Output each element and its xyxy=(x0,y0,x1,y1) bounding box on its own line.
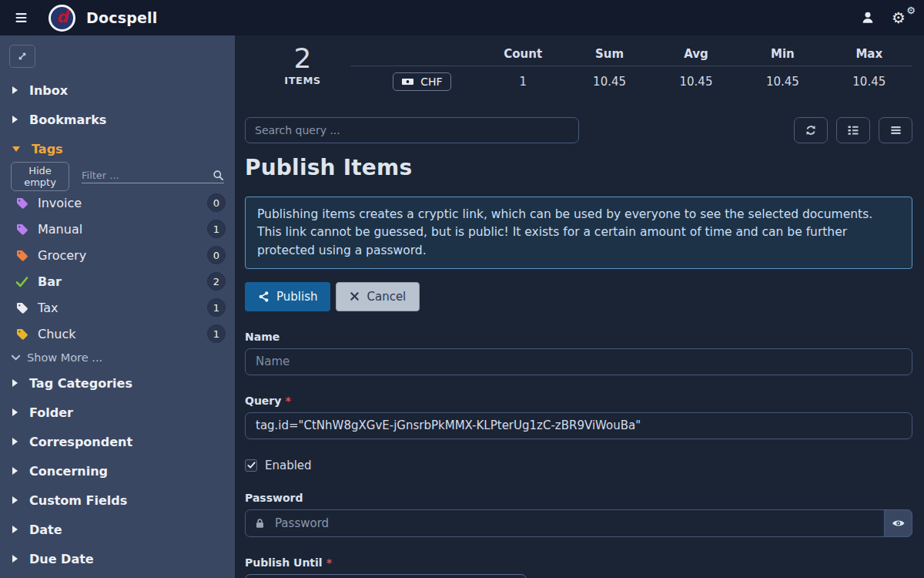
tag-name: Chuck xyxy=(38,327,198,341)
sidebar-item-concerning[interactable]: Concerning xyxy=(0,456,235,486)
cancel-button-label: Cancel xyxy=(367,290,406,304)
sidebar-item-label: Folder xyxy=(29,405,73,420)
sidebar-item-correspondent[interactable]: Correspondent xyxy=(0,427,235,456)
expand-sidebar-button[interactable] xyxy=(9,45,35,68)
toolbar-buttons xyxy=(794,117,912,143)
currency-badge: CHF xyxy=(393,72,450,91)
lock-icon xyxy=(254,517,266,529)
stats-table: Count Sum Avg Min Max CHF xyxy=(350,35,912,97)
sidebar-item-due-date[interactable]: Due Date xyxy=(0,544,235,573)
cancel-button[interactable]: Cancel xyxy=(336,282,420,311)
sidebar-item-label: Date xyxy=(29,523,62,537)
stats-header-max: Max xyxy=(826,47,912,61)
date-field-group xyxy=(245,574,527,578)
sidebar-item-date[interactable]: Date xyxy=(0,515,235,544)
items-count-label: ITEMS xyxy=(276,75,330,86)
show-more-label: Show More ... xyxy=(27,351,102,364)
tag-count-badge: 1 xyxy=(207,324,226,343)
search-query-input[interactable] xyxy=(245,117,579,143)
password-label-text: Password xyxy=(245,492,303,504)
tag-row-tax[interactable]: Tax 1 xyxy=(0,294,235,321)
hide-empty-button[interactable]: Hide empty xyxy=(11,162,69,191)
name-label-text: Name xyxy=(245,331,280,343)
stats-summary: 2 ITEMS Count Sum Avg Min Max xyxy=(245,35,912,108)
tag-filter-input[interactable] xyxy=(82,170,213,181)
sidebar-item-label: Inbox xyxy=(29,83,68,98)
tag-icon xyxy=(15,223,28,236)
publish-until-date-input[interactable] xyxy=(245,574,527,578)
sidebar-item-folder[interactable]: Folder xyxy=(0,398,235,427)
tag-row-grocery[interactable]: Grocery 0 xyxy=(0,242,235,268)
tag-icon xyxy=(15,249,28,262)
sidebar-item-inbox[interactable]: Inbox xyxy=(0,76,235,105)
sidebar-item-label: Tag Categories xyxy=(29,376,132,391)
stats-value-sum: 10.45 xyxy=(566,75,652,89)
required-asterisk: * xyxy=(326,556,332,569)
caret-right-icon xyxy=(12,526,18,533)
tag-name: Manual xyxy=(38,222,198,237)
show-more-tags[interactable]: Show More ... xyxy=(0,347,235,368)
caret-right-icon xyxy=(12,408,18,416)
stats-header-avg: Avg xyxy=(653,47,739,61)
tags-controls: Hide empty xyxy=(11,165,224,188)
publish-button[interactable]: Publish xyxy=(245,282,330,311)
currency-cell: CHF xyxy=(350,72,480,91)
caret-down-icon xyxy=(12,146,20,152)
password-input[interactable] xyxy=(245,509,912,537)
form-actions: Publish Cancel xyxy=(245,282,912,311)
tag-name: Tax xyxy=(38,301,198,315)
sidebar-item-tag-categories[interactable]: Tag Categories xyxy=(0,368,235,398)
tag-count-badge: 2 xyxy=(207,272,226,291)
enabled-checkbox-row[interactable]: Enabled xyxy=(245,459,912,472)
tag-row-chuck[interactable]: Chuck 1 xyxy=(0,321,235,347)
selection-mode-button[interactable] xyxy=(836,117,870,143)
stats-value-max: 10.45 xyxy=(826,75,912,89)
tasks-list-icon xyxy=(847,124,859,136)
password-field-group xyxy=(245,509,912,537)
stats-value-row: CHF 1 10.45 10.45 10.45 10.45 xyxy=(350,66,912,97)
menu-icon[interactable] xyxy=(11,8,32,27)
sidebar-item-label: Bookmarks xyxy=(29,113,106,127)
sidebar-item-source[interactable]: Source xyxy=(0,573,235,578)
stats-value-count: 1 xyxy=(480,75,566,89)
publish-until-label: Publish Until * xyxy=(245,556,912,569)
enabled-label: Enabled xyxy=(265,459,312,472)
sidebar-item-custom-fields[interactable]: Custom Fields xyxy=(0,486,235,515)
settings-cogs-icon[interactable]: ⚙⚙ xyxy=(887,8,910,27)
tag-row-bar[interactable]: Bar 2 xyxy=(0,268,235,294)
name-input[interactable] xyxy=(245,348,912,375)
app-title: Docspell xyxy=(86,9,158,26)
refresh-button[interactable] xyxy=(794,117,828,143)
expand-diagonal-icon xyxy=(17,51,28,62)
enabled-checkbox[interactable] xyxy=(245,459,257,472)
stats-header-sum: Sum xyxy=(566,47,652,61)
query-input[interactable] xyxy=(245,412,912,439)
chevron-down-icon xyxy=(11,353,21,362)
sidebar-item-tags[interactable]: Tags xyxy=(0,134,235,163)
eye-icon xyxy=(892,517,905,529)
search-icon xyxy=(213,170,224,181)
toggle-password-visibility-button[interactable] xyxy=(884,509,912,537)
sidebar-item-label: Correspondent xyxy=(29,435,132,449)
tag-icon xyxy=(15,197,28,210)
menu-bars-button[interactable] xyxy=(879,117,912,143)
publish-info-box: Publishing items creates a cryptic link,… xyxy=(245,197,912,269)
publish-until-label-text: Publish Until xyxy=(245,556,323,569)
tag-row-invoice[interactable]: Invoice 0 xyxy=(0,190,235,216)
user-icon[interactable] xyxy=(856,9,879,26)
sidebar-item-label: Due Date xyxy=(29,552,94,566)
tag-icon xyxy=(15,301,28,314)
main-content: 2 ITEMS Count Sum Avg Min Max xyxy=(235,35,924,578)
caret-right-icon xyxy=(12,438,18,445)
page-title: Publish Items xyxy=(245,155,912,180)
tag-count-badge: 1 xyxy=(207,220,226,238)
search-toolbar xyxy=(245,117,912,143)
close-icon xyxy=(350,291,360,301)
caret-right-icon xyxy=(12,467,18,475)
caret-right-icon xyxy=(12,555,18,563)
query-label-text: Query xyxy=(245,395,281,407)
tag-row-manual[interactable]: Manual 1 xyxy=(0,216,235,242)
bars-icon xyxy=(890,125,902,136)
sidebar-item-bookmarks[interactable]: Bookmarks xyxy=(0,105,235,134)
tag-count-badge: 0 xyxy=(207,246,226,264)
